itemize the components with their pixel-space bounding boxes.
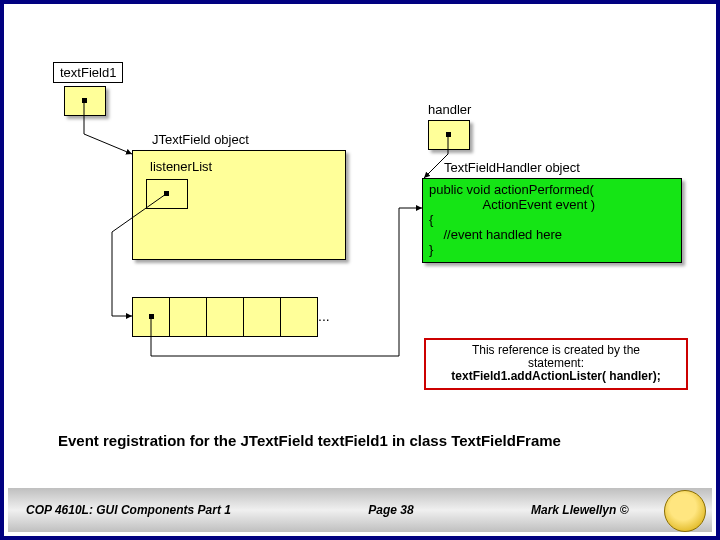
array-cell <box>280 297 318 337</box>
array-cell <box>243 297 281 337</box>
caption: Event registration for the JTextField te… <box>58 432 561 449</box>
footer-center: Page 38 <box>311 503 471 517</box>
dot-array-first <box>149 314 154 319</box>
label-jtextfield-object: JTextField object <box>152 132 249 147</box>
array-cell <box>169 297 207 337</box>
note-line-3: textField1.addActionLister( handler); <box>430 370 682 383</box>
slide: textField1 handler JTextField object lis… <box>0 0 720 540</box>
label-listenerlist: listenerList <box>150 159 212 174</box>
dot-handler <box>446 132 451 137</box>
footer-left: COP 4610L: GUI Components Part 1 <box>8 503 311 517</box>
connectors <box>4 4 720 540</box>
label-textfield1: textField1 <box>53 62 123 83</box>
seal-icon <box>664 490 706 532</box>
note-box: This reference is created by the stateme… <box>424 338 688 390</box>
label-tfh-object: TextFieldHandler object <box>444 160 580 175</box>
label-handler: handler <box>428 102 471 117</box>
dot-textfield1 <box>82 98 87 103</box>
code-actionperformed: public void actionPerformed( ActionEvent… <box>422 178 682 263</box>
dot-listenerlist <box>164 191 169 196</box>
footer-bar: COP 4610L: GUI Components Part 1 Page 38… <box>8 487 712 532</box>
array-cell <box>206 297 244 337</box>
ellipsis: ... <box>318 308 330 324</box>
